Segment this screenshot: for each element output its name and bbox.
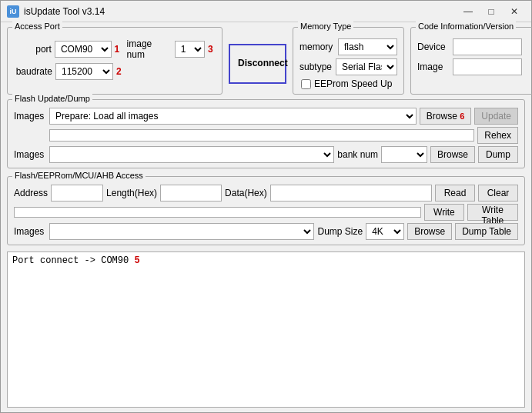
flash-update-group: Flash Update/Dump Images Prepare: Load a… bbox=[7, 99, 525, 168]
subtype-select[interactable]: Serial Flas bbox=[336, 58, 397, 75]
port-row: port COM90 1 image num 123 3 bbox=[14, 38, 216, 60]
disconnect-container: Disconnect bbox=[229, 27, 286, 95]
baudrate-select[interactable]: 115200 bbox=[55, 63, 113, 80]
red-num-1: 1 bbox=[115, 44, 122, 55]
top-row: Access Port port COM90 1 image num 123 3 bbox=[7, 27, 525, 95]
access-port-label: Access Port bbox=[12, 22, 62, 31]
subtype-row: subtype Serial Flas bbox=[299, 58, 397, 75]
flash-images-row1: Images Prepare: Load all images Browse 6… bbox=[14, 108, 518, 125]
clear-button[interactable]: Clear bbox=[478, 185, 518, 202]
eeprom-speed-checkbox[interactable] bbox=[301, 79, 311, 89]
device-input[interactable]: BT5511_002 bbox=[453, 38, 522, 55]
image-ci-row: Image bbox=[417, 58, 527, 75]
window-title: isUpdate Tool v3.14 bbox=[24, 6, 457, 17]
address-label: Address bbox=[14, 188, 48, 198]
maximize-button[interactable]: □ bbox=[480, 4, 502, 19]
memory-type-label: Memory Type bbox=[298, 22, 353, 31]
window-controls: — □ ✕ bbox=[457, 4, 525, 19]
eeprom-speed-label: EEProm Speed Up bbox=[314, 78, 392, 89]
update-button[interactable]: Update bbox=[474, 108, 518, 125]
memory-type-group: Memory Type memory flasheeprom subtype S… bbox=[293, 27, 404, 95]
access-port-group: Access Port port COM90 1 image num 123 3 bbox=[7, 27, 223, 95]
length-label: Length(Hex) bbox=[106, 188, 157, 198]
minimize-button[interactable]: — bbox=[457, 4, 479, 19]
memory-label: memory bbox=[299, 42, 335, 52]
disconnect-button[interactable]: Disconnect bbox=[229, 44, 286, 84]
bank-num-label: bank num bbox=[337, 149, 378, 160]
subtype-label: subtype bbox=[299, 62, 333, 72]
app-icon: iU bbox=[7, 5, 19, 18]
device-row: Device BT5511_002 bbox=[417, 38, 527, 55]
flash-browse-button[interactable]: Browse 6 bbox=[420, 108, 471, 125]
log-num-5: 5 bbox=[134, 255, 139, 266]
device-label: Device bbox=[417, 42, 450, 52]
dump-button[interactable]: Dump bbox=[478, 146, 518, 163]
flash-progress-bar bbox=[49, 129, 474, 142]
eeprom-speed-row: EEProm Speed Up bbox=[299, 78, 397, 89]
red-num-2: 2 bbox=[116, 66, 124, 77]
port-select[interactable]: COM90 bbox=[55, 41, 112, 58]
port-label: port bbox=[14, 44, 52, 55]
dump-size-select[interactable]: 4K8K16K32K64K bbox=[366, 223, 404, 240]
flash-images-label1: Images bbox=[14, 111, 46, 122]
main-window: iU isUpdate Tool v3.14 — □ ✕ Access Port… bbox=[0, 0, 532, 413]
log-area: Port connect -> COM90 5 bbox=[7, 251, 525, 408]
image-ci-input[interactable] bbox=[453, 58, 522, 75]
dump-table-button[interactable]: Dump Table bbox=[455, 223, 518, 240]
data-label: Data(Hex) bbox=[225, 188, 267, 198]
addr-row: Address Length(Hex) Data(Hex) Read Clear bbox=[14, 185, 518, 202]
eeprom-progress-row: Write Write Table bbox=[14, 204, 518, 221]
red-num-3: 3 bbox=[208, 44, 216, 55]
baudrate-row: baudrate 115200 2 bbox=[14, 63, 216, 80]
eeprom-images-row: Images Dump Size 4K8K16K32K64K Browse Du… bbox=[14, 223, 518, 240]
flash-eeprom-group: Flash/EEPRom/MCU/AHB Access Address Leng… bbox=[7, 176, 525, 245]
flash-eeprom-label: Flash/EEPRom/MCU/AHB Access bbox=[12, 171, 146, 180]
write-table-button[interactable]: Write Table bbox=[467, 204, 518, 221]
title-bar: iU isUpdate Tool v3.14 — □ ✕ bbox=[1, 1, 531, 22]
data-input[interactable] bbox=[270, 185, 432, 202]
red-num-6: 6 bbox=[460, 112, 464, 121]
flash-images-label2: Images bbox=[14, 149, 46, 160]
flash-images-select2[interactable] bbox=[49, 146, 334, 163]
close-button[interactable]: ✕ bbox=[504, 4, 525, 19]
image-ci-label: Image bbox=[417, 62, 450, 72]
memory-select[interactable]: flasheeprom bbox=[338, 38, 397, 55]
read-button[interactable]: Read bbox=[435, 185, 475, 202]
flash-browse-button2[interactable]: Browse bbox=[430, 146, 475, 163]
eeprom-images-label: Images bbox=[14, 226, 46, 237]
browse-eeprom-button[interactable]: Browse bbox=[407, 223, 452, 240]
length-input[interactable] bbox=[160, 185, 222, 202]
rehex-button[interactable]: Rehex bbox=[477, 127, 518, 144]
flash-update-label: Flash Update/Dump bbox=[12, 94, 92, 103]
log-text: Port connect -> COM90 bbox=[12, 255, 129, 266]
dump-size-label: Dump Size bbox=[317, 226, 363, 237]
address-input[interactable] bbox=[51, 185, 103, 202]
eeprom-progress-bar bbox=[14, 207, 421, 218]
flash-progress-row: Rehex bbox=[14, 127, 518, 144]
flash-images-row2: Images bank num Browse Dump bbox=[14, 146, 518, 163]
memory-row: memory flasheeprom bbox=[299, 38, 397, 55]
image-num-select[interactable]: 123 bbox=[175, 41, 205, 58]
image-num-label: image num bbox=[127, 38, 172, 60]
bank-num-select[interactable] bbox=[381, 146, 427, 163]
baudrate-label: baudrate bbox=[14, 66, 52, 77]
code-info-label: Code Information/Version bbox=[416, 22, 516, 31]
main-content: Access Port port COM90 1 image num 123 3 bbox=[1, 22, 531, 412]
write-button[interactable]: Write bbox=[424, 204, 464, 221]
flash-images-select1[interactable]: Prepare: Load all images bbox=[49, 108, 417, 125]
eeprom-images-select[interactable] bbox=[49, 223, 314, 240]
code-info-group: Code Information/Version Device BT5511_0… bbox=[410, 27, 532, 95]
